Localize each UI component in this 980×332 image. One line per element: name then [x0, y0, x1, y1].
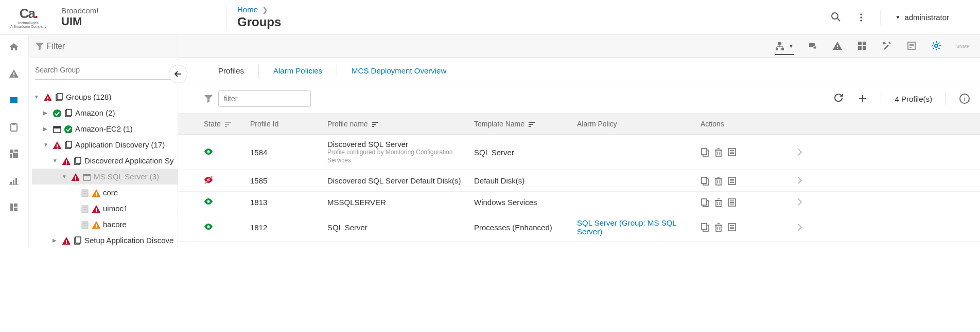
- funnel-icon[interactable]: [204, 94, 213, 103]
- collapse-icon[interactable]: ▼: [43, 142, 49, 147]
- tree-node-app-discovery[interactable]: ▼ Application Discovery (17): [32, 137, 178, 153]
- tree-node-discovered-app[interactable]: ▼ Discovered Application Sy: [32, 153, 178, 169]
- topology-dropdown[interactable]: ▼: [775, 42, 794, 55]
- eye-closed-icon: [204, 175, 215, 185]
- copy-icon[interactable]: [701, 223, 710, 232]
- search-group-input[interactable]: [35, 66, 171, 74]
- tab-alarm-policies[interactable]: Alarm Policies: [259, 64, 337, 78]
- trash-icon[interactable]: [714, 147, 723, 157]
- tools-icon[interactable]: [882, 41, 892, 51]
- nav-clipboard-icon[interactable]: [9, 122, 20, 133]
- expand-row[interactable]: [783, 223, 803, 232]
- device-icon[interactable]: [808, 41, 818, 51]
- tree-node-hacore[interactable]: hacore: [32, 216, 178, 232]
- gear-icon[interactable]: [932, 41, 942, 51]
- tree-icon: [775, 42, 784, 51]
- expand-icon[interactable]: ▶: [43, 110, 49, 116]
- state-cell: [204, 197, 250, 208]
- tree-node-amazon[interactable]: ▶ Amazon (2): [32, 105, 178, 121]
- stack-icon: [64, 109, 72, 117]
- tree-filter-input[interactable]: [44, 42, 171, 51]
- copy-icon[interactable]: [701, 176, 710, 186]
- app-header: Ca. technologiesA Broadcom Company Broad…: [0, 0, 980, 35]
- list-icon[interactable]: [727, 198, 737, 207]
- copy-icon[interactable]: [701, 147, 710, 157]
- collapse-icon[interactable]: ▼: [52, 158, 59, 163]
- col-profile-name[interactable]: Profile name: [327, 120, 474, 128]
- logo: Ca. technologiesA Broadcom Company: [0, 4, 57, 31]
- tab-profiles[interactable]: Profiles: [204, 64, 258, 78]
- tree-node-groups[interactable]: ▼ Groups (128): [32, 89, 178, 105]
- nav-home-icon[interactable]: [9, 42, 20, 52]
- content-tabs: Profiles Alarm Policies MCS Deployment O…: [178, 58, 980, 84]
- trash-icon[interactable]: [714, 198, 723, 207]
- funnel-icon: [35, 42, 44, 51]
- dropdown-icon: ▼: [895, 14, 900, 20]
- col-policy[interactable]: Alarm Policy: [577, 120, 701, 128]
- col-state[interactable]: State: [204, 120, 250, 128]
- state-cell: [204, 175, 250, 186]
- expand-row[interactable]: [783, 147, 803, 157]
- tree-node-uimoc1[interactable]: uimoc1: [32, 200, 178, 216]
- collapse-icon[interactable]: ▼: [62, 174, 68, 179]
- nav-alarms-icon[interactable]: [9, 69, 20, 79]
- grid-icon[interactable]: [857, 41, 868, 51]
- page-title: Groups: [237, 15, 831, 29]
- col-actions: Actions: [701, 120, 783, 128]
- trash-icon[interactable]: [714, 223, 723, 232]
- product-name: UIM: [61, 15, 226, 28]
- profile-filter-input[interactable]: [218, 90, 311, 107]
- more-icon[interactable]: [856, 13, 866, 22]
- tree-node-mssql[interactable]: ▼ MS SQL Server (3): [32, 169, 178, 185]
- list-icon[interactable]: [727, 147, 737, 157]
- policy-cell[interactable]: SQL Server (Group: MS SQL Server): [577, 218, 701, 236]
- state-cell: [204, 147, 250, 158]
- tree-node-amazon-ec2[interactable]: ▶ Amazon-EC2 (1): [32, 121, 178, 137]
- search-icon[interactable]: [831, 12, 842, 23]
- form-icon[interactable]: [907, 41, 917, 51]
- collapse-icon[interactable]: ▼: [34, 94, 40, 100]
- info-icon[interactable]: i: [959, 94, 970, 104]
- brand: Broadcom! UIM: [57, 6, 226, 28]
- actions-cell: [701, 223, 783, 232]
- actions-cell: [701, 147, 783, 157]
- template-cell: Default Disk(s): [474, 176, 577, 185]
- user-menu[interactable]: ▼ administrator: [895, 13, 949, 22]
- breadcrumb-area: Home ❯ Groups: [226, 5, 831, 29]
- chevron-right-icon: [795, 223, 803, 231]
- tree-node-core[interactable]: core: [32, 185, 178, 200]
- alert-critical-icon: [43, 93, 51, 101]
- alert-icon[interactable]: [833, 41, 843, 51]
- actions-cell: [701, 198, 783, 207]
- list-icon[interactable]: [727, 176, 737, 186]
- profile-id-cell: 1813: [250, 198, 327, 207]
- nav-inventory-icon[interactable]: [9, 96, 20, 106]
- breadcrumb-home[interactable]: Home: [237, 5, 258, 14]
- expand-icon[interactable]: ▶: [43, 126, 49, 132]
- server-icon: [82, 173, 91, 181]
- tree-node-setup-app[interactable]: ▶ Setup Application Discove: [32, 232, 178, 248]
- collapse-panel-button[interactable]: [169, 65, 187, 83]
- trash-icon[interactable]: [714, 176, 723, 186]
- col-template[interactable]: Template Name: [474, 120, 577, 128]
- stack-icon: [55, 93, 63, 101]
- nav-slm-icon[interactable]: [9, 202, 20, 213]
- copy-icon[interactable]: [701, 198, 710, 207]
- refresh-icon[interactable]: [834, 94, 845, 104]
- add-icon[interactable]: [858, 94, 867, 103]
- expand-icon[interactable]: ▶: [52, 237, 59, 243]
- profile-name-cell: Discovered SQL Server Profile configured…: [327, 140, 474, 164]
- expand-row[interactable]: [783, 197, 803, 207]
- chevron-right-icon: [795, 176, 803, 184]
- content-area: ▼ SNMP Profiles Alarm Policies MCS Deplo…: [178, 35, 980, 248]
- nav-reports-icon[interactable]: [9, 176, 20, 186]
- template-cell: Windows Services: [474, 198, 577, 207]
- doc-icon: [80, 189, 89, 197]
- list-icon[interactable]: [727, 223, 737, 232]
- expand-row[interactable]: [783, 176, 803, 186]
- profile-name-cell: SQL Server: [327, 223, 474, 232]
- nav-dashboard-icon[interactable]: [9, 149, 20, 159]
- col-profile-id[interactable]: Profile Id: [250, 120, 327, 128]
- snmp-label: SNMP: [956, 44, 970, 49]
- tab-mcs[interactable]: MCS Deployment Overview: [337, 64, 461, 78]
